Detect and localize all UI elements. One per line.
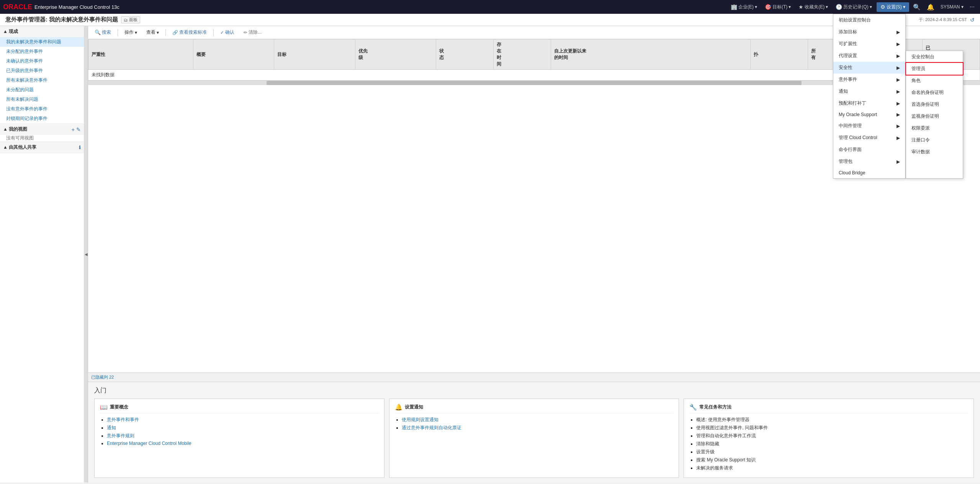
submenu-register-password[interactable]: 注册口令 — [906, 134, 963, 146]
list-item: 搜索 My Oracle Support 知识 — [696, 457, 968, 463]
sidebar-item-all-problems[interactable]: 所有未解决问题 — [0, 95, 84, 104]
task-escalation: 设置升级 — [696, 449, 715, 454]
clear-btn[interactable]: ✏ 清除... — [240, 28, 265, 37]
submenu-named-credentials[interactable]: 命名的身份证明 — [906, 87, 963, 98]
list-item: 设置升级 — [696, 449, 968, 455]
link-incidents-events[interactable]: 意外事件和事件 — [107, 417, 139, 422]
sidebar-shared-header[interactable]: ▲ 由其他人共享 ℹ — [0, 142, 84, 153]
user-menu-btn[interactable]: SYSMAN ▾ — [938, 3, 966, 11]
toolbar-divider-1 — [118, 29, 118, 36]
menu-item-initial-setup[interactable]: 初始设置控制台 — [833, 14, 905, 26]
submenu-administrators[interactable]: 管理员 — [906, 63, 963, 75]
edit-view-btn[interactable]: ✎ — [76, 126, 81, 133]
submenu-preferred-credentials[interactable]: 首选身份证明 — [906, 98, 963, 110]
menu-item-mos[interactable]: My Oracle Support▶ — [833, 109, 905, 120]
enterprise-menu-btn[interactable]: 🏢 企业(E) ▾ — [728, 2, 760, 12]
link-notifications[interactable]: 通知 — [107, 425, 116, 430]
menu-item-middleware[interactable]: 中间件管理▶ — [833, 120, 905, 132]
task-clear: 清除和隐藏 — [696, 441, 719, 446]
menu-item-cmdline[interactable]: 命令行界面 — [833, 144, 905, 156]
link-setup-rules[interactable]: 使用规则设置通知 — [402, 417, 438, 422]
menu-item-agent-settings[interactable]: 代理设置▶ — [833, 50, 905, 62]
menu-item-cloud-bridge[interactable]: Cloud Bridge — [833, 167, 905, 178]
list-item: 概述: 使用意外事件管理器 — [696, 417, 968, 423]
search-icon[interactable]: 🔍 — [911, 2, 923, 12]
top-navigation: ORACLE Enterprise Manager Cloud Control … — [0, 0, 980, 14]
confirm-btn[interactable]: ✓ 确认 — [217, 28, 238, 37]
menu-item-mgmt-pack[interactable]: 管理包▶ — [833, 156, 905, 167]
menu-item-provisioning[interactable]: 预配和打补丁▶ — [833, 97, 905, 109]
col-header-target: 目标 — [274, 39, 355, 70]
link-em-mobile[interactable]: Enterprise Manager Cloud Control Mobile — [107, 441, 191, 446]
link-automate-tickets[interactable]: 通过意外事件规则自动化票证 — [402, 425, 461, 430]
history-menu-btn[interactable]: 🕐 历史记录(Q) ▾ — [833, 2, 875, 12]
no-view-text: 没有可用视图 — [0, 134, 40, 142]
settings-menu-btn[interactable]: ⚙ 设置(S) ▾ — [877, 2, 909, 12]
menu-item-manage-cc[interactable]: 管理 Cloud Control▶ — [833, 132, 905, 144]
search-toolbar-icon: 🔍 — [95, 30, 101, 35]
scroll-thumb[interactable] — [267, 81, 802, 85]
panel-badge[interactable]: 🗂 面板 — [121, 16, 140, 23]
bell-card-icon: 🔔 — [395, 404, 402, 411]
submenu-privilege-delegation[interactable]: 权限委派 — [906, 122, 963, 134]
submenu-audit-data[interactable]: 审计数据 — [906, 146, 963, 158]
gear-icon: ⚙ — [880, 4, 885, 10]
refresh-icon[interactable]: ↺ — [970, 17, 975, 23]
card-title-tasks: 常见任务和方法 — [699, 404, 731, 410]
task-filter: 使用视图过滤意外事件, 问题和事件 — [696, 425, 768, 430]
hidden-cols-bar: 已隐藏列 22 — [88, 372, 980, 382]
gs-card-important-concepts: 📖 重要概念 意外事件和事件 通知 意外事件规则 Enterprise Mana… — [94, 399, 384, 478]
submenu-security-console[interactable]: 安全控制台 — [906, 51, 963, 63]
enterprise-icon: 🏢 — [731, 4, 737, 10]
star-icon: ★ — [798, 4, 803, 10]
sidebar-item-unassigned-problems[interactable]: 未分配的问题 — [0, 85, 84, 95]
targets-menu-btn[interactable]: 🎯 目标(T) ▾ — [762, 2, 794, 12]
submenu-monitoring-credentials[interactable]: 监视身份证明 — [906, 110, 963, 122]
more-options-icon[interactable]: ··· — [967, 2, 977, 12]
submenu-roles[interactable]: 角色 — [906, 75, 963, 87]
sidebar-builtin-header[interactable]: ▲ 现成 — [0, 26, 84, 37]
panel-icon: 🗂 — [124, 18, 128, 22]
add-view-btn[interactable]: + — [72, 126, 75, 133]
menu-item-extensibility[interactable]: 可扩展性▶ — [833, 38, 905, 50]
search-criteria-btn[interactable]: 🔗 查看搜索标准 — [169, 28, 210, 37]
card-title-concepts: 重要概念 — [110, 404, 128, 410]
sidebar-item-all-incidents[interactable]: 所有未解决意外事件 — [0, 75, 84, 85]
getting-started-section: 入门 📖 重要概念 意外事件和事件 通知 意外事件规则 Enterprise M… — [88, 382, 980, 482]
view-toolbar-btn[interactable]: 查看 ▾ — [143, 28, 162, 37]
gs-card-header-notifications: 🔔 设置通知 — [395, 404, 674, 413]
link-icon: 🔗 — [172, 30, 178, 35]
sidebar-my-views-header[interactable]: ▲ 我的视图 + ✎ — [0, 124, 84, 135]
menu-item-notifications[interactable]: 通知▶ — [833, 85, 905, 97]
gs-card-common-tasks: 🔧 常见任务和方法 概述: 使用意外事件管理器 使用视图过滤意外事件, 问题和事… — [684, 399, 974, 478]
operations-toolbar-btn[interactable]: 操作 ▾ — [121, 28, 141, 37]
list-item: 清除和隐藏 — [696, 441, 968, 447]
sidebar-collapse-handle[interactable]: ◀ — [84, 26, 88, 482]
concepts-list: 意外事件和事件 通知 意外事件规则 Enterprise Manager Clo… — [100, 417, 379, 446]
sidebar-item-blackout-events[interactable]: 封锁期间记录的事件 — [0, 114, 84, 123]
em-product-name: Enterprise Manager Cloud Control 13c — [34, 4, 119, 10]
oracle-wordmark: ORACLE — [3, 3, 32, 11]
search-toolbar-btn[interactable]: 🔍 搜索 — [91, 28, 115, 37]
sidebar-item-escalated-incidents[interactable]: 已升级的意外事件 — [0, 66, 84, 75]
sidebar-section-builtin: ▲ 现成 我的未解决意外事件和问题 未分配的意外事件 未确认的意外事件 已升级的… — [0, 26, 84, 124]
sidebar-item-no-incident-events[interactable]: 没有意外事件的事件 — [0, 104, 84, 114]
sidebar-item-unassigned-incidents[interactable]: 未分配的意外事件 — [0, 47, 84, 56]
hidden-cols-link[interactable]: 已隐藏列 22 — [91, 374, 114, 380]
link-incident-rules[interactable]: 意外事件规则 — [107, 433, 134, 438]
menu-item-incidents[interactable]: 意外事件▶ — [833, 74, 905, 85]
notifications-icon[interactable]: 🔔 — [924, 2, 937, 12]
notifications-list: 使用规则设置通知 通过意外事件规则自动化票证 — [395, 417, 674, 431]
menu-item-add-target[interactable]: 添加目标▶ — [833, 26, 905, 38]
shared-info-icon[interactable]: ℹ — [79, 145, 81, 150]
check-icon: ✓ — [220, 30, 224, 35]
getting-started-title: 入门 — [94, 387, 974, 395]
menu-item-security[interactable]: 安全性▶ — [833, 62, 905, 74]
list-item: 通知 — [107, 425, 379, 431]
sidebar-item-unconfirmed-incidents[interactable]: 未确认的意外事件 — [0, 56, 84, 66]
task-manage: 管理和自动化意外事件工作流 — [696, 433, 756, 438]
tasks-list: 概述: 使用意外事件管理器 使用视图过滤意外事件, 问题和事件 管理和自动化意外… — [689, 417, 968, 471]
favorites-menu-btn[interactable]: ★ 收藏夹(E) ▾ — [795, 2, 831, 12]
sidebar-item-my-incidents[interactable]: 我的未解决意外事件和问题 — [0, 37, 84, 47]
col-header-age: 存在时间 — [494, 39, 551, 70]
